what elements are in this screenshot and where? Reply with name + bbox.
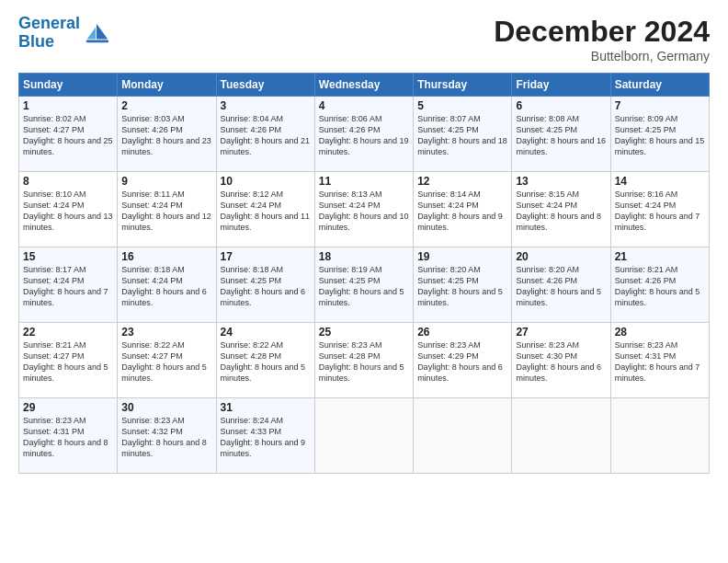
day-cell: 28 Sunrise: 8:23 AMSunset: 4:31 PMDaylig… [610, 323, 709, 398]
logo-text: General Blue [18, 15, 80, 52]
day-cell: 16 Sunrise: 8:18 AMSunset: 4:24 PMDaylig… [118, 247, 216, 323]
day-number: 8 [23, 175, 113, 188]
day-number: 30 [121, 401, 211, 414]
day-info: Sunrise: 8:06 AMSunset: 4:26 PMDaylight:… [319, 114, 409, 156]
location: Buttelborn, Germany [494, 49, 710, 63]
day-number: 1 [23, 99, 113, 112]
week-row-4: 22 Sunrise: 8:21 AMSunset: 4:27 PMDaylig… [19, 323, 710, 398]
day-info: Sunrise: 8:12 AMSunset: 4:24 PMDaylight:… [221, 190, 311, 232]
svg-rect-2 [86, 40, 108, 42]
day-number: 23 [121, 326, 211, 339]
day-number: 15 [23, 250, 113, 263]
day-info: Sunrise: 8:20 AMSunset: 4:26 PMDaylight:… [516, 265, 601, 307]
day-cell: 12 Sunrise: 8:14 AMSunset: 4:24 PMDaylig… [414, 172, 512, 247]
day-number: 6 [516, 99, 606, 112]
day-info: Sunrise: 8:03 AMSunset: 4:26 PMDaylight:… [121, 114, 211, 156]
day-number: 29 [23, 401, 113, 414]
day-info: Sunrise: 8:18 AMSunset: 4:25 PMDaylight:… [221, 265, 306, 307]
day-info: Sunrise: 8:23 AMSunset: 4:28 PMDaylight:… [319, 340, 404, 383]
col-header-monday: Monday [118, 74, 216, 97]
day-number: 10 [221, 175, 311, 188]
day-cell: 2 Sunrise: 8:03 AMSunset: 4:26 PMDayligh… [118, 97, 216, 172]
col-header-sunday: Sunday [19, 74, 118, 97]
day-cell: 13 Sunrise: 8:15 AMSunset: 4:24 PMDaylig… [512, 172, 610, 247]
day-info: Sunrise: 8:16 AMSunset: 4:24 PMDaylight:… [615, 190, 700, 232]
title-block: December 2024 Buttelborn, Germany [494, 15, 710, 63]
day-info: Sunrise: 8:22 AMSunset: 4:27 PMDaylight:… [121, 340, 207, 383]
logo-icon [84, 20, 109, 46]
day-cell: 31 Sunrise: 8:24 AMSunset: 4:33 PMDaylig… [216, 398, 314, 474]
day-number: 31 [221, 401, 311, 414]
day-cell: 25 Sunrise: 8:23 AMSunset: 4:28 PMDaylig… [314, 323, 413, 398]
day-number: 5 [417, 99, 507, 112]
day-cell: 14 Sunrise: 8:16 AMSunset: 4:24 PMDaylig… [610, 172, 709, 247]
day-number: 11 [319, 175, 409, 188]
day-info: Sunrise: 8:23 AMSunset: 4:31 PMDaylight:… [23, 416, 108, 458]
day-cell: 24 Sunrise: 8:22 AMSunset: 4:28 PMDaylig… [216, 323, 314, 398]
day-cell: 8 Sunrise: 8:10 AMSunset: 4:24 PMDayligh… [19, 172, 118, 247]
col-header-tuesday: Tuesday [216, 74, 314, 97]
day-info: Sunrise: 8:21 AMSunset: 4:26 PMDaylight:… [615, 265, 700, 307]
day-info: Sunrise: 8:15 AMSunset: 4:24 PMDaylight:… [516, 190, 601, 232]
week-row-2: 8 Sunrise: 8:10 AMSunset: 4:24 PMDayligh… [19, 172, 710, 247]
month-title: December 2024 [494, 15, 710, 49]
day-number: 27 [516, 326, 606, 339]
day-number: 19 [417, 250, 507, 263]
day-info: Sunrise: 8:14 AMSunset: 4:24 PMDaylight:… [417, 190, 503, 232]
day-cell: 18 Sunrise: 8:19 AMSunset: 4:25 PMDaylig… [314, 247, 413, 323]
day-info: Sunrise: 8:20 AMSunset: 4:25 PMDaylight:… [417, 265, 503, 307]
day-number: 25 [319, 326, 409, 339]
day-cell: 29 Sunrise: 8:23 AMSunset: 4:31 PMDaylig… [19, 398, 118, 474]
day-info: Sunrise: 8:08 AMSunset: 4:25 PMDaylight:… [516, 114, 606, 156]
day-info: Sunrise: 8:23 AMSunset: 4:30 PMDaylight:… [516, 340, 601, 383]
day-info: Sunrise: 8:21 AMSunset: 4:27 PMDaylight:… [23, 340, 108, 383]
col-header-wednesday: Wednesday [314, 74, 413, 97]
day-info: Sunrise: 8:18 AMSunset: 4:24 PMDaylight:… [121, 265, 207, 307]
col-header-thursday: Thursday [414, 74, 512, 97]
day-cell: 15 Sunrise: 8:17 AMSunset: 4:24 PMDaylig… [19, 247, 118, 323]
day-cell: 1 Sunrise: 8:02 AMSunset: 4:27 PMDayligh… [19, 97, 118, 172]
calendar-table: SundayMondayTuesdayWednesdayThursdayFrid… [18, 73, 710, 474]
day-number: 12 [417, 175, 507, 188]
day-number: 22 [23, 326, 113, 339]
day-info: Sunrise: 8:23 AMSunset: 4:32 PMDaylight:… [121, 416, 207, 458]
week-row-1: 1 Sunrise: 8:02 AMSunset: 4:27 PMDayligh… [19, 97, 710, 172]
day-number: 7 [615, 99, 705, 112]
day-info: Sunrise: 8:07 AMSunset: 4:25 PMDaylight:… [417, 114, 507, 156]
day-info: Sunrise: 8:19 AMSunset: 4:25 PMDaylight:… [319, 265, 404, 307]
day-cell [512, 398, 610, 474]
day-cell: 22 Sunrise: 8:21 AMSunset: 4:27 PMDaylig… [19, 323, 118, 398]
day-number: 26 [417, 326, 507, 339]
day-number: 2 [121, 99, 211, 112]
day-number: 14 [615, 175, 705, 188]
day-number: 18 [319, 250, 409, 263]
day-cell: 30 Sunrise: 8:23 AMSunset: 4:32 PMDaylig… [118, 398, 216, 474]
day-number: 9 [121, 175, 211, 188]
day-info: Sunrise: 8:23 AMSunset: 4:31 PMDaylight:… [615, 340, 700, 383]
col-header-saturday: Saturday [610, 74, 709, 97]
day-cell: 21 Sunrise: 8:21 AMSunset: 4:26 PMDaylig… [610, 247, 709, 323]
logo: General Blue [18, 15, 109, 52]
day-number: 13 [516, 175, 606, 188]
day-cell: 20 Sunrise: 8:20 AMSunset: 4:26 PMDaylig… [512, 247, 610, 323]
day-number: 20 [516, 250, 606, 263]
week-row-5: 29 Sunrise: 8:23 AMSunset: 4:31 PMDaylig… [19, 398, 710, 474]
day-number: 21 [615, 250, 705, 263]
day-cell: 6 Sunrise: 8:08 AMSunset: 4:25 PMDayligh… [512, 97, 610, 172]
calendar-header-row: SundayMondayTuesdayWednesdayThursdayFrid… [19, 74, 710, 97]
day-info: Sunrise: 8:24 AMSunset: 4:33 PMDaylight:… [221, 416, 306, 458]
day-info: Sunrise: 8:02 AMSunset: 4:27 PMDaylight:… [23, 114, 113, 156]
day-info: Sunrise: 8:13 AMSunset: 4:24 PMDaylight:… [319, 190, 409, 232]
day-info: Sunrise: 8:17 AMSunset: 4:24 PMDaylight:… [23, 265, 108, 307]
day-cell: 19 Sunrise: 8:20 AMSunset: 4:25 PMDaylig… [414, 247, 512, 323]
day-info: Sunrise: 8:04 AMSunset: 4:26 PMDaylight:… [221, 114, 311, 156]
day-number: 4 [319, 99, 409, 112]
day-cell: 11 Sunrise: 8:13 AMSunset: 4:24 PMDaylig… [314, 172, 413, 247]
day-number: 3 [221, 99, 311, 112]
col-header-friday: Friday [512, 74, 610, 97]
day-info: Sunrise: 8:11 AMSunset: 4:24 PMDaylight:… [121, 190, 211, 232]
day-number: 16 [121, 250, 211, 263]
day-number: 17 [221, 250, 311, 263]
day-cell [414, 398, 512, 474]
header: General Blue December 2024 Buttelborn, G… [18, 15, 710, 63]
